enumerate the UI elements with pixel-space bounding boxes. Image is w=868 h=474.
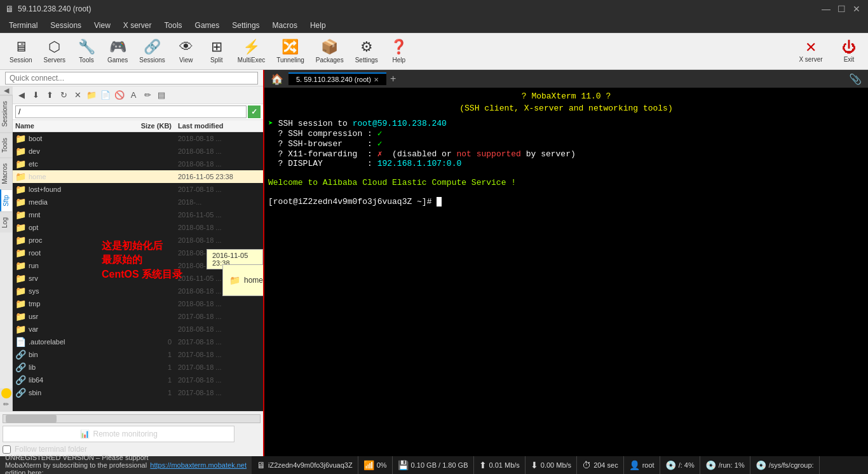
toolbar-servers-label: Servers: [44, 57, 65, 64]
fb-text[interactable]: A: [127, 89, 140, 102]
fb-settings[interactable]: ▤: [155, 89, 168, 102]
sidebar-macros[interactable]: Macros: [0, 158, 12, 189]
list-item[interactable]: 🔗 lib 1 2017-08-18 ...: [13, 361, 263, 374]
col-size-header: Size (KB): [133, 122, 178, 130]
home-icon[interactable]: 🏠: [267, 73, 287, 85]
remote-monitor-button[interactable]: 📊 Remote monitoring: [3, 426, 234, 442]
fb-stop[interactable]: 🚫: [113, 89, 126, 102]
toolbar-help-label: Help: [393, 57, 406, 64]
list-item[interactable]: 📁 media 2018-...: [13, 196, 263, 208]
list-item[interactable]: 📁 usr 2017-08-18 ...: [13, 310, 263, 323]
menu-sessions[interactable]: Sessions: [44, 20, 88, 31]
toolbar-packages[interactable]: 📦 Packages: [311, 36, 348, 66]
chart-icon: 📊: [80, 430, 90, 438]
file-name: home: [29, 173, 133, 180]
menu-terminal[interactable]: Terminal: [3, 20, 44, 31]
toolbar-games[interactable]: 🎮 Games: [103, 36, 132, 66]
file-modified: 2017-08-18 ...: [178, 338, 261, 346]
fb-file[interactable]: 📄: [99, 89, 112, 102]
menu-view[interactable]: View: [88, 20, 117, 31]
attachment-icon[interactable]: 📎: [845, 73, 865, 85]
list-item[interactable]: 📁 lost+found 2017-08-18 ...: [13, 183, 263, 196]
toolbar-exit[interactable]: ⏻ Exit: [835, 37, 863, 65]
close-button[interactable]: ✕: [850, 3, 863, 15]
list-item[interactable]: 📁 mnt 2016-11-05 ...: [13, 208, 263, 221]
fb-newfolder[interactable]: 📁: [85, 89, 98, 102]
sidebar-log[interactable]: Log: [0, 212, 12, 233]
menu-macros[interactable]: Macros: [266, 20, 304, 31]
file-name: opt: [29, 224, 133, 231]
list-item[interactable]: 📄 .autorelabel 0 2017-08-18 ...: [13, 335, 263, 348]
collapse-arrow[interactable]: ◀: [0, 86, 13, 95]
sidebar-sessions[interactable]: Sessions: [0, 95, 12, 132]
list-item[interactable]: 🔗 lib64 1 2017-08-18 ...: [13, 374, 263, 386]
session-icon: 🖥: [14, 39, 28, 55]
list-item[interactable]: 📁 var 2018-08-18 ...: [13, 323, 263, 335]
list-item[interactable]: 📁 opt 2018-08-18 ...: [13, 221, 263, 234]
toolbar-session[interactable]: 🖥 Session: [5, 36, 37, 66]
fb-upload[interactable]: ⬆: [43, 89, 56, 102]
fb-back[interactable]: ◀: [15, 89, 28, 102]
status-disk1: 💿 /: 4%: [660, 456, 700, 474]
menu-settings[interactable]: Settings: [226, 20, 266, 31]
terminal-body[interactable]: ? MobaXterm 11.0 ? (SSH client, X-server…: [264, 88, 868, 456]
file-name: lib64: [29, 376, 133, 384]
toolbar-split[interactable]: ⊞ Split: [203, 36, 231, 66]
list-item[interactable]: 📁 boot 2018-08-18 ...: [13, 132, 263, 145]
window-controls: — ☐ ✕: [820, 3, 863, 15]
terminal-line: ? SSH compression : ✓: [268, 128, 864, 139]
toolbar-tunneling[interactable]: 🔀 Tunneling: [272, 36, 309, 66]
terminal-check1: ✓: [377, 129, 383, 139]
sidebar-pencil[interactable]: ✏: [3, 400, 9, 409]
quick-connect-input[interactable]: [5, 72, 258, 85]
toolbar-xserver[interactable]: ✕ X server: [792, 37, 830, 65]
list-item[interactable]: 📁 proc 2018-08-18 ...: [13, 234, 263, 247]
file-name: etc: [29, 160, 133, 168]
unregistered-notice: UNREGISTERED VERSION – Please support Mo…: [0, 456, 252, 474]
list-item[interactable]: 🔗 bin 1 2017-08-18 ...: [13, 348, 263, 361]
terminal-tab-close[interactable]: ✕: [374, 76, 379, 83]
unregistered-text: UNREGISTERED VERSION – Please support Mo…: [5, 454, 150, 474]
menu-xserver[interactable]: X server: [117, 20, 158, 31]
fb-delete[interactable]: ✕: [71, 89, 84, 102]
path-go-button[interactable]: ✓: [248, 105, 261, 118]
terminal-tab-0[interactable]: 5. 59.110.238.240 (root) ✕: [288, 72, 386, 85]
maximize-button[interactable]: ☐: [835, 3, 848, 15]
status-user-label: root: [642, 461, 654, 469]
fb-download[interactable]: ⬇: [29, 89, 42, 102]
path-bar: ✓: [13, 104, 263, 120]
sidebar-tools[interactable]: Tools: [0, 132, 12, 158]
new-tab-button[interactable]: +: [388, 73, 398, 85]
cpu-icon: 📶: [363, 460, 374, 470]
toolbar-tools[interactable]: 🔧 Tools: [72, 36, 100, 66]
sidebar-sftp[interactable]: Sftp: [0, 189, 12, 212]
list-item[interactable]: 📁 tmp 2018-08-18 ...: [13, 297, 263, 310]
sidebar-icon-yellow[interactable]: [1, 388, 11, 398]
status-disk3: 💿 /sys/fs/cgroup:: [750, 456, 820, 474]
path-input[interactable]: [15, 105, 247, 118]
toolbar-servers[interactable]: ⬡ Servers: [39, 36, 70, 66]
menu-games[interactable]: Games: [189, 20, 226, 31]
list-item[interactable]: 📁 dev 2018-08-18 ...: [13, 145, 263, 158]
terminal-x11-val: ✗: [377, 149, 392, 159]
list-item[interactable]: 📁 home 2016-11-05 23:38: [13, 170, 263, 183]
minimize-button[interactable]: —: [820, 3, 832, 15]
toolbar-multiexec[interactable]: ⚡ MultiExec: [233, 36, 269, 66]
horizontal-scrollbar[interactable]: [3, 414, 261, 423]
file-modified: 2017-08-18 ...: [178, 351, 261, 358]
folder-icon: 📁: [15, 197, 26, 207]
menu-tools[interactable]: Tools: [158, 20, 189, 31]
toolbar-settings[interactable]: ⚙ Settings: [351, 36, 383, 66]
folder-icon: 📁: [15, 210, 26, 220]
list-item[interactable]: 📁 etc 2018-08-18 ...: [13, 158, 263, 170]
fb-edit[interactable]: ✏: [141, 89, 154, 102]
list-item[interactable]: 🔗 sbin 1 2017-08-18 ...: [13, 386, 263, 399]
toolbar-view[interactable]: 👁 View: [172, 36, 200, 66]
fb-refresh[interactable]: ↻: [57, 89, 70, 102]
menu-help[interactable]: Help: [304, 20, 332, 31]
mobaxterm-link[interactable]: https://mobaxterm.mobatek.net: [150, 461, 247, 469]
toolbar-sessions2[interactable]: 🔗 Sessions: [135, 36, 170, 66]
toolbar-help[interactable]: ❓ Help: [385, 36, 413, 66]
folder-icon: 📁: [15, 146, 26, 156]
follow-folder-checkbox[interactable]: [3, 445, 11, 454]
